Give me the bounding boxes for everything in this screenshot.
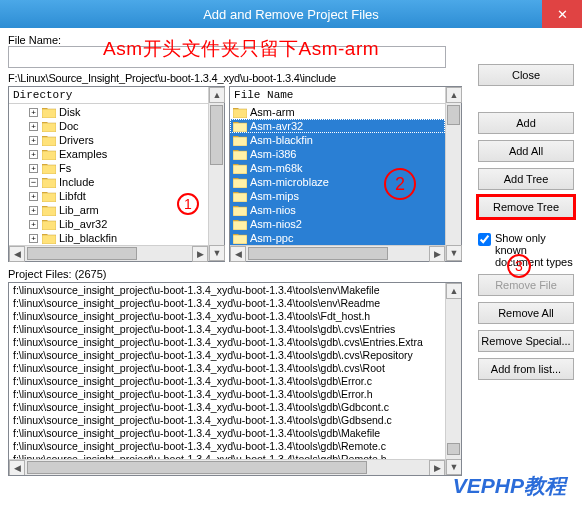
expand-icon[interactable]: + [29,206,38,215]
project-file-row[interactable]: f:\linux\source_insight_project\u-boot-1… [9,414,445,427]
file-label: Asm-blackfin [250,134,313,146]
remove-tree-button[interactable]: Remove Tree [478,196,574,218]
directory-pane: Directory +Disk+Doc+Drivers+Examples+Fs−… [8,86,225,262]
add-button[interactable]: Add [478,112,574,134]
project-file-row[interactable]: f:\linux\source_insight_project\u-boot-1… [9,323,445,336]
directory-item[interactable]: +Lib_avr32 [9,217,208,231]
close-icon[interactable]: ✕ [542,0,582,28]
titlebar: Add and Remove Project Files ✕ [0,0,582,28]
directory-scrollbar-v[interactable]: ▲ ▼ [208,87,224,261]
file-item[interactable]: Asm-blackfin [230,133,445,147]
directory-item[interactable]: +Lib_blackfin [9,231,208,245]
folder-icon [233,163,247,174]
file-label: Asm-mips [250,190,299,202]
remove-special-button[interactable]: Remove Special... [478,330,574,352]
project-file-row[interactable]: f:\linux\source_insight_project\u-boot-1… [9,440,445,453]
directory-label: Lib_blackfin [59,232,117,244]
expand-icon[interactable]: + [29,108,38,117]
expand-icon[interactable]: + [29,122,38,131]
window-title: Add and Remove Project Files [203,7,379,22]
folder-icon [233,219,247,230]
project-file-row[interactable]: f:\linux\source_insight_project\u-boot-1… [9,362,445,375]
add-all-button[interactable]: Add All [478,140,574,162]
project-file-row[interactable]: f:\linux\source_insight_project\u-boot-1… [9,427,445,440]
filename-label: File Name: [8,34,574,46]
directory-scrollbar-h[interactable]: ◀ ▶ [9,245,208,261]
file-item[interactable]: Asm-avr32 [230,119,445,133]
project-file-row[interactable]: f:\linux\source_insight_project\u-boot-1… [9,310,445,323]
directory-label: Disk [59,106,80,118]
filename-scrollbar-v[interactable]: ▲ ▼ [445,87,461,261]
projfiles-scrollbar-v[interactable]: ▲ ▼ [445,283,461,475]
expand-icon[interactable]: + [29,192,38,201]
file-item[interactable]: Asm-arm [230,105,445,119]
folder-icon [233,121,247,132]
file-label: Asm-i386 [250,148,296,160]
collapse-icon[interactable]: − [29,178,38,187]
file-item[interactable]: Asm-nios2 [230,217,445,231]
file-label: Asm-arm [250,106,295,118]
directory-item[interactable]: +Examples [9,147,208,161]
filename-pane: File Name Asm-armAsm-avr32Asm-blackfinAs… [229,86,462,262]
directory-label: Fs [59,162,71,174]
folder-icon [42,135,56,146]
file-label: Asm-m68k [250,162,303,174]
file-label: Asm-ppc [250,232,293,244]
folder-icon [233,135,247,146]
filename-scrollbar-h[interactable]: ◀ ▶ [230,245,445,261]
directory-item[interactable]: +Disk [9,105,208,119]
directory-label: Libfdt [59,190,86,202]
directory-item[interactable]: +Drivers [9,133,208,147]
project-file-row[interactable]: f:\linux\source_insight_project\u-boot-1… [9,349,445,362]
project-file-row[interactable]: f:\linux\source_insight_project\u-boot-1… [9,297,445,310]
file-label: Asm-nios [250,204,296,216]
directory-header: Directory [9,87,224,104]
project-file-row[interactable]: f:\linux\source_insight_project\u-boot-1… [9,336,445,349]
file-item[interactable]: Asm-m68k [230,161,445,175]
file-item[interactable]: Asm-mips [230,189,445,203]
directory-item[interactable]: +Doc [9,119,208,133]
directory-item[interactable]: −Include [9,175,208,189]
directory-item[interactable]: +Lib_arm [9,203,208,217]
folder-icon [42,191,56,202]
folder-icon [42,107,56,118]
add-from-list-button[interactable]: Add from list... [478,358,574,380]
expand-icon[interactable]: + [29,220,38,229]
folder-icon [233,107,247,118]
remove-file-button[interactable]: Remove File [478,274,574,296]
folder-icon [42,163,56,174]
add-tree-button[interactable]: Add Tree [478,168,574,190]
project-file-row[interactable]: f:\linux\source_insight_project\u-boot-1… [9,388,445,401]
project-file-row[interactable]: f:\linux\source_insight_project\u-boot-1… [9,401,445,414]
file-item[interactable]: Asm-ppc [230,231,445,245]
show-known-types-checkbox[interactable]: Show only known document types [478,232,574,268]
project-file-row[interactable]: f:\linux\source_insight_project\u-boot-1… [9,284,445,297]
directory-item[interactable]: +Fs [9,161,208,175]
projfiles-scrollbar-h[interactable]: ◀ ▶ [9,459,445,475]
file-item[interactable]: Asm-nios [230,203,445,217]
directory-item[interactable]: +Libfdt [9,189,208,203]
file-item[interactable]: Asm-microblaze [230,175,445,189]
file-label: Asm-avr32 [250,120,303,132]
filename-input[interactable] [8,46,446,68]
project-file-row[interactable]: f:\linux\source_insight_project\u-boot-1… [9,375,445,388]
file-label: Asm-microblaze [250,176,329,188]
file-item[interactable]: Asm-i386 [230,147,445,161]
remove-all-button[interactable]: Remove All [478,302,574,324]
expand-icon[interactable]: + [29,164,38,173]
expand-icon[interactable]: + [29,234,38,243]
folder-icon [42,219,56,230]
folder-icon [233,205,247,216]
folder-icon [42,205,56,216]
directory-label: Drivers [59,134,94,146]
directory-label: Include [59,176,94,188]
directory-label: Lib_arm [59,204,99,216]
folder-icon [233,149,247,160]
directory-label: Doc [59,120,79,132]
folder-icon [42,149,56,160]
close-button[interactable]: Close [478,64,574,86]
project-files-list[interactable]: f:\linux\source_insight_project\u-boot-1… [8,282,462,476]
directory-label: Examples [59,148,107,160]
expand-icon[interactable]: + [29,150,38,159]
expand-icon[interactable]: + [29,136,38,145]
